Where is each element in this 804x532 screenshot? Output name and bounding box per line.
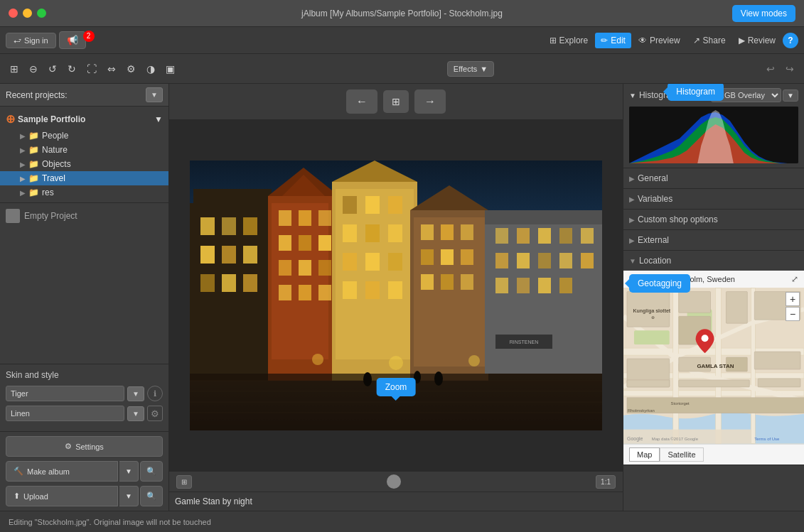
nature-label: Nature <box>42 145 68 155</box>
share-button[interactable]: ↗ Share <box>687 33 731 48</box>
custom-shop-header[interactable]: ▶ Custom shop options <box>623 210 804 229</box>
rotate-cw-button[interactable]: ↻ <box>63 60 80 77</box>
fit-button[interactable]: ⊞ <box>176 475 192 489</box>
external-header[interactable]: ▶ External <box>623 230 804 250</box>
sidebar-item-objects[interactable]: ▶ 📁 Objects <box>0 157 168 171</box>
contrast-button[interactable]: ◑ <box>142 60 159 77</box>
image-caption-bar <box>169 492 623 511</box>
sidebar-item-people[interactable]: ▶ 📁 People <box>0 129 168 143</box>
svg-rect-9 <box>243 246 257 264</box>
close-button[interactable] <box>9 9 18 18</box>
people-label: People <box>42 131 68 141</box>
effects-dropdown-icon: ▼ <box>480 65 488 73</box>
sidebar-item-travel[interactable]: ▶ 📁 Travel <box>0 171 168 185</box>
sample-portfolio-icon: ⊕ <box>6 112 15 126</box>
general-header[interactable]: ▶ General <box>623 168 804 188</box>
svg-rect-18 <box>299 210 311 226</box>
notification-area: 📢 2 <box>59 31 97 49</box>
map-tab-satellite[interactable]: Satellite <box>660 447 703 462</box>
notification-badge: 2 <box>83 31 95 42</box>
zoom-slider-area <box>387 474 401 489</box>
svg-rect-38 <box>343 253 357 271</box>
review-button[interactable]: ▶ Review <box>733 33 781 48</box>
sidebar-item-nature[interactable]: ▶ 📁 Nature <box>0 143 168 157</box>
undo-button[interactable]: ↩ <box>762 60 779 77</box>
map-controls-bar: Map Satellite <box>623 444 804 465</box>
skin-dropdown[interactable]: Tiger <box>6 386 124 401</box>
status-message: Editing "Stockholm.jpg". Original image … <box>9 518 211 526</box>
svg-rect-20 <box>279 235 291 251</box>
make-album-button[interactable]: 🔨 Make album <box>6 461 118 482</box>
location-header[interactable]: ▼ Location <box>623 251 804 271</box>
notification-button[interactable]: 📢 <box>59 31 86 49</box>
frame-button[interactable]: ▣ <box>161 60 179 77</box>
flip-button[interactable]: ⇔ <box>103 60 120 77</box>
next-image-button[interactable]: → <box>414 89 446 114</box>
map-expand-button[interactable]: ⤢ <box>791 274 798 284</box>
svg-rect-3 <box>193 189 272 210</box>
view-modes-button[interactable]: View modes <box>732 5 795 22</box>
effects-button[interactable]: Effects ▼ <box>447 61 494 77</box>
svg-rect-109 <box>758 379 800 387</box>
minimize-button[interactable] <box>23 9 32 18</box>
actual-size-button[interactable]: 1:1 <box>596 475 616 489</box>
upload-group: ⬆ Upload ▼ 🔍 <box>6 486 163 506</box>
sign-in-button[interactable]: ⮐ Sign in <box>6 33 56 48</box>
map-zoom-in-button[interactable]: + <box>786 292 800 306</box>
svg-rect-41 <box>343 281 357 299</box>
zoom-out-button[interactable]: ⊖ <box>25 60 42 77</box>
edit-button[interactable]: ✏ Edit <box>595 33 631 48</box>
redo-button[interactable]: ↪ <box>781 60 798 77</box>
preview-button[interactable]: 👁 Preview <box>633 33 686 48</box>
sidebar-item-res[interactable]: ▶ 📁 res <box>0 185 168 200</box>
recent-projects-dropdown[interactable]: ▼ <box>146 87 163 102</box>
variables-header[interactable]: ▶ Variables <box>623 189 804 209</box>
svg-rect-34 <box>388 196 402 214</box>
svg-rect-7 <box>200 246 215 264</box>
skin-dropdown-arrow[interactable]: ▼ <box>127 386 144 401</box>
map-zoom-out-button[interactable]: − <box>786 307 800 321</box>
svg-rect-22 <box>318 235 331 251</box>
make-album-search[interactable]: 🔍 <box>140 461 163 482</box>
grid-view-nav-button[interactable]: ⊞ <box>383 90 409 113</box>
svg-point-84 <box>434 371 443 386</box>
svg-text:Google: Google <box>627 436 643 442</box>
help-button[interactable]: ? <box>783 33 798 48</box>
project-root-item[interactable]: ⊕ Sample Portfolio ▼ <box>0 109 168 129</box>
upload-button[interactable]: ⬆ Upload <box>6 486 118 506</box>
chevron-right-icon: ▶ <box>20 189 26 197</box>
style-dropdown[interactable]: Linen <box>6 406 124 421</box>
skin-info-button[interactable]: ℹ <box>147 386 163 401</box>
crop-button[interactable]: ⛶ <box>82 60 101 77</box>
settings-button[interactable]: ⚙ <box>122 60 140 77</box>
rgb-overlay-select[interactable]: RGB Overlay <box>711 88 781 102</box>
map-tab-map[interactable]: Map <box>629 447 660 462</box>
recent-projects-label: Recent projects: <box>6 90 68 100</box>
svg-rect-36 <box>365 224 380 242</box>
style-dropdown-arrow[interactable]: ▼ <box>127 406 144 421</box>
maximize-button[interactable] <box>37 9 46 18</box>
folder-icon: 📁 <box>28 145 39 155</box>
preview-icon: 👁 <box>638 36 647 45</box>
empty-project-item[interactable]: Empty Project <box>0 206 168 226</box>
rotate-ccw-button[interactable]: ↺ <box>44 60 61 77</box>
chevron-down-icon: ▼ <box>629 92 636 99</box>
upload-search[interactable]: 🔍 <box>140 486 163 506</box>
svg-rect-108 <box>679 380 750 387</box>
grid-view-button[interactable]: ⊞ <box>6 60 23 77</box>
make-album-dropdown[interactable]: ▼ <box>119 461 139 482</box>
status-bar: Editing "Stockholm.jpg". Original image … <box>0 511 804 532</box>
explore-button[interactable]: ⊞ Explore <box>544 33 594 48</box>
settings-button[interactable]: ⚙ Settings <box>6 436 163 457</box>
svg-rect-93 <box>673 288 679 443</box>
zoom-slider-handle[interactable] <box>387 474 401 489</box>
style-gear-button[interactable]: ⚙ <box>147 406 163 421</box>
svg-text:GAMLA STAN: GAMLA STAN <box>697 363 734 369</box>
rgb-dropdown-arrow[interactable]: ▼ <box>783 89 798 102</box>
sign-in-icon: ⮐ <box>14 36 21 45</box>
prev-image-button[interactable]: ← <box>346 89 377 114</box>
upload-dropdown[interactable]: ▼ <box>119 486 139 506</box>
svg-rect-55 <box>461 274 473 290</box>
caption-input[interactable] <box>175 496 617 506</box>
svg-rect-21 <box>299 235 311 251</box>
